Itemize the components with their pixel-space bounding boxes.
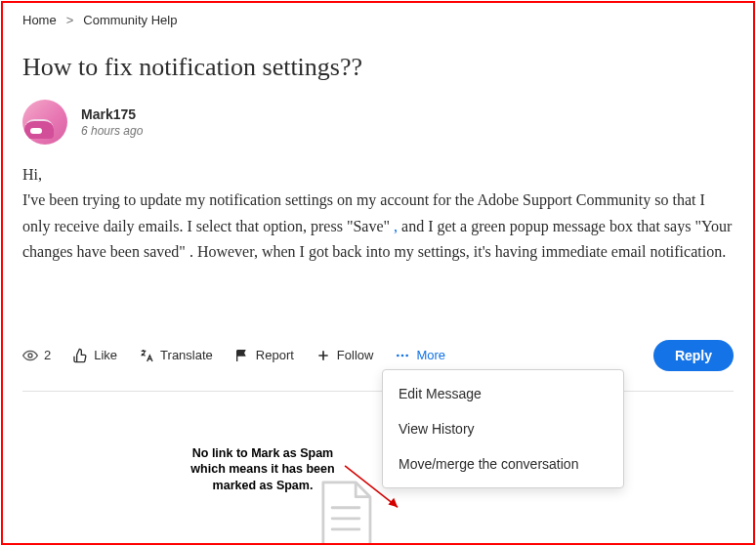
action-bar: 2 Like Translate Report Follow More Repl… (3, 340, 753, 371)
translate-icon (139, 348, 154, 363)
post-timestamp: 6 hours ago (81, 124, 143, 138)
annotation-callout: No link to Mark as Spam which means it h… (177, 445, 349, 493)
svg-point-3 (406, 354, 409, 357)
page-title: How to fix notification settings?? (3, 33, 753, 96)
eye-icon (22, 348, 38, 363)
divider (22, 391, 734, 392)
follow-button[interactable]: Follow (315, 348, 374, 363)
post-greeting: Hi, (22, 166, 42, 183)
like-button[interactable]: Like (72, 348, 117, 363)
more-dropdown: Edit Message View History Move/merge the… (382, 369, 624, 488)
svg-point-2 (401, 354, 404, 357)
author-block: Mark175 6 hours ago (3, 96, 753, 162)
author-name[interactable]: Mark175 (81, 106, 143, 122)
reply-button[interactable]: Reply (653, 340, 734, 371)
report-label: Report (256, 348, 294, 362)
svg-point-1 (397, 354, 399, 357)
avatar[interactable] (22, 100, 67, 145)
breadcrumb-home[interactable]: Home (22, 13, 57, 27)
svg-point-0 (28, 354, 32, 357)
translate-button[interactable]: Translate (139, 348, 213, 363)
more-horizontal-icon (395, 348, 410, 363)
report-button[interactable]: Report (234, 348, 294, 363)
more-button[interactable]: More (395, 348, 445, 363)
like-label: Like (94, 348, 117, 362)
breadcrumb: Home > Community Help (3, 3, 753, 33)
post-body: Hi, I've been trying to update my notifi… (3, 162, 753, 266)
breadcrumb-section[interactable]: Community Help (83, 13, 177, 27)
thumbs-up-icon (72, 348, 88, 363)
plus-icon (315, 348, 331, 363)
menu-move-merge[interactable]: Move/merge the conversation (383, 446, 623, 482)
follow-label: Follow (337, 348, 374, 362)
menu-view-history[interactable]: View History (383, 411, 623, 446)
svg-marker-5 (388, 498, 398, 508)
flag-icon (234, 348, 250, 363)
views-number: 2 (44, 348, 51, 362)
chevron-right-icon: > (66, 13, 74, 27)
views-count: 2 (22, 348, 51, 363)
menu-edit-message[interactable]: Edit Message (383, 376, 623, 411)
translate-label: Translate (160, 348, 213, 362)
more-label: More (416, 348, 445, 362)
